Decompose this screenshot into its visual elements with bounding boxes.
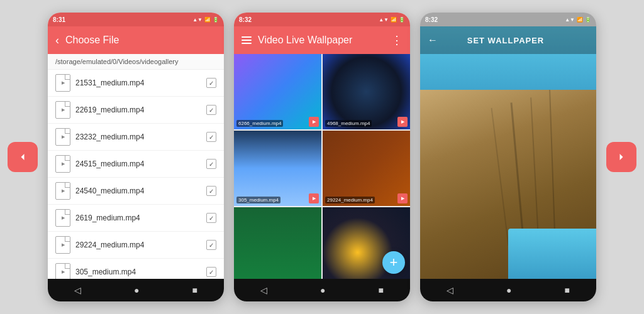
phone2-app-bar: Video Live Wallpaper ⋮	[234, 26, 410, 54]
phone3-recent-nav[interactable]: ■	[565, 285, 570, 295]
phone1-back-nav[interactable]: ◁	[74, 285, 81, 295]
svg-marker-1	[620, 154, 623, 160]
phone1-back-button[interactable]: ‹	[55, 34, 59, 47]
wallpaper-screen: ← SET WALLPAPER	[420, 26, 596, 279]
right-nav-button[interactable]	[606, 142, 636, 172]
gallery-label-2: 4968_medium.mp4	[325, 120, 372, 127]
cliff-image	[420, 26, 596, 279]
video-thumb-icon-3	[309, 193, 319, 203]
phone2-time: 8:32	[239, 16, 252, 23]
phone1-file-path: /storage/emulated/0/Videos/videogallery	[48, 54, 224, 70]
file-checkbox[interactable]	[206, 105, 216, 115]
phone2-nav-bar: ◁ ● ■	[234, 279, 410, 301]
file-checkbox[interactable]	[206, 132, 216, 142]
file-item[interactable]: ▶2619_medium.mp4	[48, 205, 224, 232]
video-thumb-icon-4	[397, 193, 408, 203]
phone-1: 8:31 ▲▼ 📶 🔋 ‹ Choose File /storage/emula…	[48, 13, 224, 301]
phone2-status-icons: ▲▼ 📶 🔋	[379, 17, 405, 23]
file-checkbox[interactable]	[206, 213, 216, 223]
phone-2: 8:32 ▲▼ 📶 🔋 Video Live Wallpaper ⋮ 6266_…	[234, 13, 410, 301]
file-name: 23232_medium.mp4	[75, 133, 201, 141]
file-item[interactable]: ▶22619_medium.mp4	[48, 97, 224, 124]
file-checkbox[interactable]	[206, 159, 216, 169]
gallery-label-3: 305_medium.mp4	[236, 197, 280, 203]
file-item[interactable]: ▶305_medium.mp4	[48, 259, 224, 279]
file-checkbox[interactable]	[206, 78, 216, 88]
phone3-app-bar: ← SET WALLPAPER	[420, 26, 596, 54]
phone3-nav-bar: ◁ ● ■	[420, 279, 596, 301]
file-item[interactable]: ▶29224_medium.mp4	[48, 232, 224, 259]
file-item[interactable]: ▶23232_medium.mp4	[48, 124, 224, 151]
file-checkbox[interactable]	[206, 186, 216, 196]
phone2-fab[interactable]: +	[382, 251, 405, 274]
file-icon: ▶	[55, 128, 70, 146]
gallery-cell-4[interactable]: 29224_medium.mp4	[323, 131, 410, 206]
phone1-nav-bar: ◁ ● ■	[48, 279, 224, 301]
gallery-cell-1[interactable]: 6266_medium.mp4	[234, 54, 321, 129]
phone2-title: Video Live Wallpaper	[258, 35, 385, 46]
phone2-menu-icon[interactable]	[242, 36, 252, 44]
svg-marker-0	[21, 154, 25, 160]
phone3-status-icons: ▲▼ 📶 🔋	[565, 17, 591, 23]
file-name: 305_medium.mp4	[75, 268, 201, 276]
phone1-status-bar: 8:31 ▲▼ 📶 🔋	[48, 13, 224, 26]
phone3-time: 8:32	[425, 16, 438, 23]
phone2-more-icon[interactable]: ⋮	[391, 35, 402, 46]
file-name: 2619_medium.mp4	[75, 214, 201, 222]
gallery-cell-5[interactable]	[234, 207, 321, 279]
phone-3: 8:32 ▲▼ 📶 🔋 ←	[420, 13, 596, 301]
file-icon: ▶	[55, 209, 70, 227]
phone3-title: SET WALLPAPER	[438, 36, 574, 45]
phone1-status-icons: ▲▼ 📶 🔋	[192, 17, 219, 23]
file-item[interactable]: ▶24515_medium.mp4	[48, 151, 224, 178]
phone2-status-bar: 8:32 ▲▼ 📶 🔋	[234, 13, 410, 26]
phone1-time: 8:31	[53, 16, 65, 23]
file-item[interactable]: ▶21531_medium.mp4	[48, 70, 224, 97]
file-items-container: ▶21531_medium.mp4▶22619_medium.mp4▶23232…	[48, 70, 224, 279]
phone2-home-nav[interactable]: ●	[320, 285, 325, 295]
gallery-cell-3[interactable]: 305_medium.mp4	[234, 131, 321, 206]
phone2-back-nav[interactable]: ◁	[260, 285, 267, 295]
phone3-home-nav[interactable]: ●	[506, 285, 511, 295]
gallery-label-4: 29224_medium.mp4	[325, 197, 375, 203]
phone1-recent-nav[interactable]: ■	[192, 285, 197, 295]
file-icon: ▶	[55, 101, 70, 119]
file-item[interactable]: ▶24540_medium.mp4	[48, 178, 224, 205]
phone1-title: Choose File	[65, 35, 216, 46]
file-name: 22619_medium.mp4	[75, 106, 201, 114]
file-name: 29224_medium.mp4	[75, 241, 201, 249]
scene: 8:31 ▲▼ 📶 🔋 ‹ Choose File /storage/emula…	[0, 0, 644, 314]
file-name: 21531_medium.mp4	[75, 78, 201, 87]
file-checkbox[interactable]	[206, 267, 216, 277]
phone1-home-nav[interactable]: ●	[134, 285, 139, 295]
file-icon: ▶	[55, 74, 70, 92]
file-icon: ▶	[55, 182, 70, 200]
gallery-label-1: 6266_medium.mp4	[236, 120, 283, 127]
gallery-cell-2[interactable]: 4968_medium.mp4	[323, 54, 410, 129]
phone3-status-bar: 8:32 ▲▼ 📶 🔋	[420, 13, 596, 26]
phone3-back-button[interactable]: ←	[428, 35, 438, 46]
file-icon: ▶	[55, 155, 70, 173]
video-thumb-icon-2	[397, 117, 408, 127]
left-nav-button[interactable]	[8, 142, 38, 172]
file-icon: ▶	[55, 263, 70, 279]
phone2-recent-nav[interactable]: ■	[379, 285, 384, 295]
file-name: 24540_medium.mp4	[75, 187, 201, 195]
phone1-app-bar: ‹ Choose File	[48, 26, 224, 54]
file-checkbox[interactable]	[206, 240, 216, 250]
file-name: 24515_medium.mp4	[75, 160, 201, 168]
phone1-file-list: /storage/emulated/0/Videos/videogallery …	[48, 54, 224, 279]
video-thumb-icon-1	[309, 117, 319, 127]
phone2-gallery-grid: 6266_medium.mp4 4968_medium.mp4 305_medi…	[234, 54, 410, 279]
file-icon: ▶	[55, 236, 70, 254]
phone3-back-nav[interactable]: ◁	[447, 285, 453, 295]
